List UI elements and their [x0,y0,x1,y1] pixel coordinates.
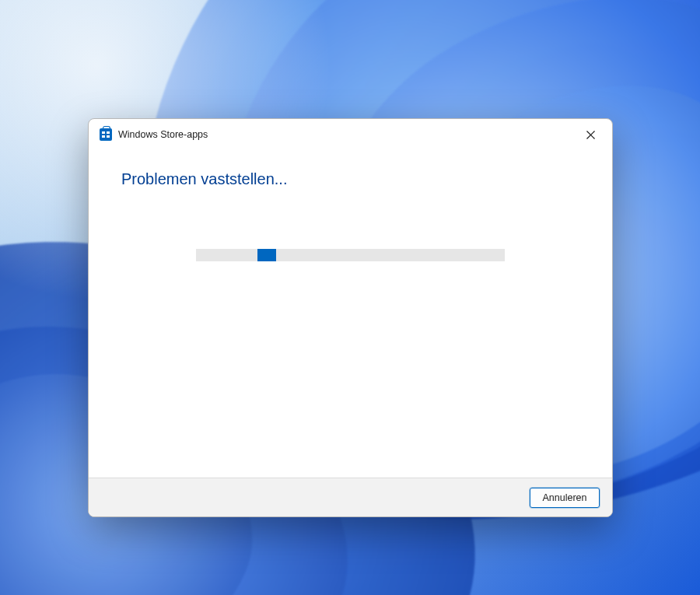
status-heading: Problemen vaststellen... [121,170,579,188]
store-icon [100,128,112,141]
close-icon [586,131,595,139]
dialog-title: Windows Store-apps [118,129,208,140]
cancel-button[interactable]: Annuleren [530,488,600,508]
titlebar: Windows Store-apps [89,119,612,150]
close-button[interactable] [573,123,607,146]
progress-indicator [257,249,276,261]
progress-bar [196,249,505,261]
troubleshooter-dialog: Windows Store-apps Problemen vaststellen… [88,118,613,517]
progress-area [121,249,579,261]
dialog-content: Problemen vaststellen... [89,150,612,478]
dialog-footer: Annuleren [89,478,612,516]
